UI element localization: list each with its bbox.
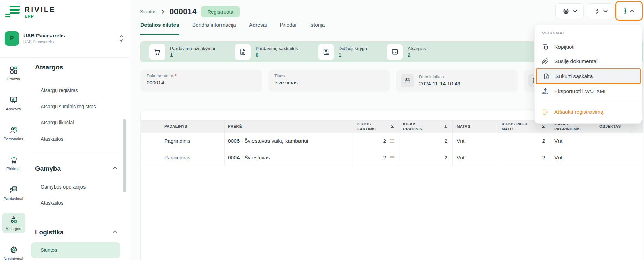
inventory-shapes-icon: [9, 215, 18, 224]
icon-rail: Pradžia Apskaita Personalas: [0, 58, 27, 260]
rail-item-personalas[interactable]: Personalas: [2, 123, 25, 144]
accounting-board-icon: [9, 96, 18, 104]
more-actions-button[interactable]: [617, 3, 641, 19]
sidebar-item-ataskaitos[interactable]: Ataskaitos: [41, 136, 63, 142]
rail-item-pirkimai[interactable]: Pirkimai: [2, 153, 25, 174]
field-value: 2024-11-14 10:49: [419, 81, 460, 87]
rail-item-pardavimai[interactable]: Pardavimai: [2, 183, 25, 204]
company-avatar: P: [5, 31, 19, 46]
section-title-gamyba: Gamyba: [35, 165, 61, 173]
sidebar-item-ataskaitos-2[interactable]: Ataskaitos: [41, 200, 63, 206]
actions-dropdown: VEIKSMAI Kopijuoti Susiję dokumentai: [534, 25, 642, 124]
document-number-field[interactable]: Dokumento nr.* 000014: [140, 70, 262, 92]
company-name: UAB Pavasarėlis: [23, 33, 65, 39]
annotation-box-kebab: [615, 1, 643, 21]
company-subtitle: UAB Pavasarėlis: [23, 39, 65, 44]
summary-card-pardavimu-uzsakymai[interactable]: Pardavimų užsakymai 1: [149, 44, 215, 60]
menu-divider: [31, 218, 123, 218]
page-title: 000014: [169, 7, 197, 16]
summary-card-value: 2: [408, 52, 426, 58]
summary-card-didzioji-knyga[interactable]: Didžioji knyga 1: [318, 44, 367, 60]
summary-card-pardavimu-saskaitos[interactable]: Pardavimų sąskaitos 0: [235, 44, 298, 60]
menu-item-eksportuoti-ivaz-xml[interactable]: XML Eksportuoti i.VAZ XML: [535, 84, 642, 98]
table-row[interactable]: Pagrindinis 0006 - Šviestuvas vaikų kamb…: [141, 133, 643, 149]
paperclip-icon: [541, 58, 549, 65]
sidebar-item-atsargu-likuciai[interactable]: Atsargų likučiai: [41, 120, 74, 125]
menu-item-sukurti-saskaita[interactable]: Sukurti sąskaitą: [536, 68, 641, 84]
column-header-padalinys[interactable]: PADALINYS: [141, 120, 225, 133]
rail-item-apskaita[interactable]: Apskaita: [2, 93, 25, 114]
sidebar-menu: Atsargos Atsargų registras Atsargų sumin…: [28, 58, 129, 260]
tab-bendra-informacija[interactable]: Bendra informacija: [192, 22, 236, 35]
menu-item-atsaukti-registravima[interactable]: Atšaukti registravimą: [535, 105, 642, 119]
summary-card-atsargos[interactable]: Atsargos 2: [387, 44, 426, 60]
breadcrumb: Siuntos 000014 Registruota: [140, 5, 240, 18]
automation-button[interactable]: [587, 3, 614, 19]
tab-bar: Detalios eilutės Bendra informacija Adre…: [140, 22, 325, 35]
column-header-kiekis-faktinis[interactable]: KIEKIS FAKTINISΣ: [353, 120, 399, 133]
printer-icon: [563, 8, 569, 15]
breadcrumb-link-siuntos[interactable]: Siuntos: [140, 9, 156, 14]
calendar-icon: [401, 74, 414, 87]
type-field[interactable]: Tipas Išvežimas: [268, 70, 390, 92]
menu-item-kopijuoti[interactable]: Kopijuoti: [535, 40, 642, 54]
ledger-icon: [318, 44, 334, 60]
rail-item-pradzia[interactable]: Pradžia: [2, 63, 25, 84]
column-header-preke[interactable]: PREKĖ: [225, 120, 353, 133]
sidebar-item-gamybos-operacijos[interactable]: Gamybos operacijos: [41, 184, 86, 190]
breadcrumb-chevron-icon: [161, 9, 165, 14]
sales-chart-icon: [9, 185, 18, 194]
section-title-logistika: Logistika: [35, 229, 63, 236]
brand-sub: ERP: [25, 14, 56, 19]
menu-divider: [535, 101, 642, 101]
chevron-up-icon[interactable]: [113, 166, 117, 169]
summary-card-value: 1: [339, 52, 367, 58]
tab-priedai[interactable]: Priedai: [280, 22, 296, 35]
field-label: Dokumento nr.: [147, 74, 174, 78]
tab-istorija[interactable]: Istorija: [309, 22, 325, 35]
rail-item-atsargos[interactable]: Atsargos: [2, 213, 25, 233]
dropdown-title: VEIKSMAI: [535, 30, 642, 40]
tab-adresai[interactable]: Adresai: [249, 22, 267, 35]
drag-handle-icon[interactable]: [389, 156, 395, 160]
chevron-down-icon: [603, 10, 608, 13]
rail-item-nustatymai[interactable]: Nustatymai: [2, 243, 25, 260]
app-logo[interactable]: RIVILE ERP: [5, 5, 56, 19]
tab-detalios-eilutes[interactable]: Detalios eilutės: [140, 22, 179, 35]
datetime-field[interactable]: Data ir laikas 2024-11-14 10:49: [396, 70, 518, 92]
sidebar-item-siuntos-active[interactable]: Siuntos: [31, 242, 120, 258]
kebab-icon: [624, 7, 627, 14]
chevron-up-icon[interactable]: [113, 230, 117, 233]
field-value: Išvežimas: [274, 80, 384, 86]
menu-divider: [31, 154, 123, 154]
inbox-icon: [387, 44, 403, 60]
line-items-panel: PADALINYS PREKĖ KIEKIS FAKTINISΣ KIEKIS …: [140, 111, 643, 260]
sidebar-item-atsargu-registras[interactable]: Atsargų registras: [41, 87, 78, 93]
table-row[interactable]: Pagrindinis 0004 - Šviestuvas 2 2 Vnt 2 …: [141, 149, 643, 166]
sidebar-item-atsargu-suminis-registras[interactable]: Atsargų suminis registras: [41, 104, 96, 109]
cancel-registration-icon: [541, 109, 549, 115]
main-content: Siuntos 000014 Registruota Detalios eilu…: [130, 0, 644, 260]
rail-label: Pradžia: [7, 77, 20, 81]
menu-item-susije-dokumentai[interactable]: Susiję dokumentai: [535, 54, 642, 68]
sigma-icon[interactable]: Σ: [444, 123, 452, 130]
copy-icon: [541, 44, 549, 50]
sigma-icon[interactable]: Σ: [542, 123, 550, 130]
drag-handle-icon[interactable]: [389, 139, 395, 143]
summary-card-label: Pardavimų užsakymai: [170, 46, 215, 51]
print-button[interactable]: [555, 3, 584, 19]
column-header-kiekis-pradinis[interactable]: KIEKIS PRADINISΣ: [399, 120, 453, 133]
rail-label: Pardavimai: [4, 197, 24, 201]
column-header-matas[interactable]: MATAS: [453, 120, 497, 133]
status-badge: Registruota: [201, 6, 240, 17]
sidebar-scrollbar[interactable]: [123, 119, 126, 192]
people-icon: [9, 126, 18, 134]
rail-label: Apskaita: [6, 107, 21, 111]
cart-icon: [149, 44, 165, 60]
company-selector[interactable]: P UAB Pavasarėlis UAB Pavasarėlis: [5, 31, 124, 46]
sigma-icon[interactable]: Σ: [391, 123, 399, 130]
summary-card-label: Didžioji knyga: [339, 46, 367, 51]
summary-card-value: 0: [256, 52, 298, 58]
chevron-down-icon: [573, 10, 577, 13]
chevron-updown-icon: [119, 35, 124, 42]
